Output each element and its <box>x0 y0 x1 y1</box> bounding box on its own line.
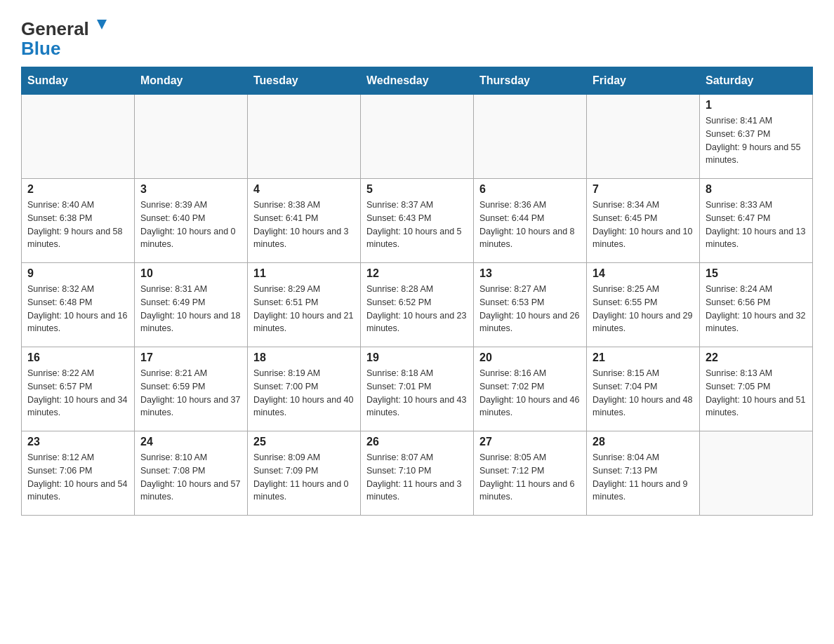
day-info: Sunrise: 8:34 AMSunset: 6:45 PMDaylight:… <box>593 199 694 251</box>
calendar-table: SundayMondayTuesdayWednesdayThursdayFrid… <box>21 67 813 516</box>
calendar-cell <box>22 95 135 179</box>
day-info: Sunrise: 8:27 AMSunset: 6:53 PMDaylight:… <box>479 283 581 335</box>
calendar-cell: 14Sunrise: 8:25 AMSunset: 6:55 PMDayligh… <box>587 263 700 347</box>
day-info: Sunrise: 8:15 AMSunset: 7:04 PMDaylight:… <box>593 367 694 420</box>
calendar-week-2: 2Sunrise: 8:40 AMSunset: 6:38 PMDaylight… <box>22 179 813 263</box>
page-header: General Blue <box>21 14 813 60</box>
day-number: 9 <box>27 267 128 280</box>
day-number: 16 <box>27 351 128 364</box>
day-number: 24 <box>140 436 241 448</box>
day-number: 12 <box>366 267 468 280</box>
day-number: 19 <box>366 351 468 364</box>
calendar-cell: 10Sunrise: 8:31 AMSunset: 6:49 PMDayligh… <box>135 263 248 347</box>
logo: General Blue <box>21 14 112 60</box>
calendar-cell <box>587 95 700 179</box>
calendar-cell: 11Sunrise: 8:29 AMSunset: 6:51 PMDayligh… <box>248 263 361 347</box>
day-info: Sunrise: 8:41 AMSunset: 6:37 PMDaylight:… <box>706 114 807 167</box>
day-info: Sunrise: 8:37 AMSunset: 6:43 PMDaylight:… <box>366 199 468 251</box>
day-info: Sunrise: 8:32 AMSunset: 6:48 PMDaylight:… <box>27 283 128 335</box>
calendar-cell <box>361 95 474 179</box>
day-info: Sunrise: 8:10 AMSunset: 7:08 PMDaylight:… <box>140 451 241 504</box>
day-number: 4 <box>253 183 355 196</box>
day-info: Sunrise: 8:04 AMSunset: 7:13 PMDaylight:… <box>593 451 694 504</box>
calendar-cell: 28Sunrise: 8:04 AMSunset: 7:13 PMDayligh… <box>587 431 700 516</box>
day-info: Sunrise: 8:28 AMSunset: 6:52 PMDaylight:… <box>366 283 468 335</box>
day-number: 25 <box>253 436 355 448</box>
day-info: Sunrise: 8:31 AMSunset: 6:49 PMDaylight:… <box>140 283 241 335</box>
day-info: Sunrise: 8:24 AMSunset: 6:56 PMDaylight:… <box>706 283 807 335</box>
day-number: 7 <box>593 183 694 196</box>
calendar-cell: 18Sunrise: 8:19 AMSunset: 7:00 PMDayligh… <box>248 347 361 431</box>
calendar-cell: 9Sunrise: 8:32 AMSunset: 6:48 PMDaylight… <box>22 263 135 347</box>
calendar-cell: 8Sunrise: 8:33 AMSunset: 6:47 PMDaylight… <box>700 179 813 263</box>
calendar-cell <box>248 95 361 179</box>
day-number: 23 <box>27 436 128 448</box>
svg-text:Blue: Blue <box>21 38 60 59</box>
day-info: Sunrise: 8:40 AMSunset: 6:38 PMDaylight:… <box>27 199 128 251</box>
calendar-cell <box>700 431 813 516</box>
day-number: 14 <box>593 267 694 280</box>
day-info: Sunrise: 8:18 AMSunset: 7:01 PMDaylight:… <box>366 367 468 420</box>
day-info: Sunrise: 8:39 AMSunset: 6:40 PMDaylight:… <box>140 199 241 251</box>
calendar-cell: 24Sunrise: 8:10 AMSunset: 7:08 PMDayligh… <box>135 431 248 516</box>
calendar-cell: 6Sunrise: 8:36 AMSunset: 6:44 PMDaylight… <box>474 179 587 263</box>
day-number: 1 <box>706 99 807 112</box>
day-info: Sunrise: 8:09 AMSunset: 7:09 PMDaylight:… <box>253 451 355 504</box>
svg-marker-1 <box>97 20 107 29</box>
calendar-cell: 7Sunrise: 8:34 AMSunset: 6:45 PMDaylight… <box>587 179 700 263</box>
calendar-cell: 17Sunrise: 8:21 AMSunset: 6:59 PMDayligh… <box>135 347 248 431</box>
calendar-week-5: 23Sunrise: 8:12 AMSunset: 7:06 PMDayligh… <box>22 431 813 516</box>
day-number: 28 <box>593 436 694 448</box>
day-number: 18 <box>253 351 355 364</box>
calendar-header-row: SundayMondayTuesdayWednesdayThursdayFrid… <box>22 67 813 95</box>
day-info: Sunrise: 8:21 AMSunset: 6:59 PMDaylight:… <box>140 367 241 420</box>
day-info: Sunrise: 8:33 AMSunset: 6:47 PMDaylight:… <box>706 199 807 251</box>
day-number: 5 <box>366 183 468 196</box>
calendar-cell <box>474 95 587 179</box>
day-number: 22 <box>706 351 807 364</box>
calendar-cell <box>135 95 248 179</box>
calendar-week-1: 1Sunrise: 8:41 AMSunset: 6:37 PMDaylight… <box>22 95 813 179</box>
calendar-cell: 12Sunrise: 8:28 AMSunset: 6:52 PMDayligh… <box>361 263 474 347</box>
day-info: Sunrise: 8:05 AMSunset: 7:12 PMDaylight:… <box>479 451 581 504</box>
day-number: 17 <box>140 351 241 364</box>
day-info: Sunrise: 8:19 AMSunset: 7:00 PMDaylight:… <box>253 367 355 420</box>
day-info: Sunrise: 8:16 AMSunset: 7:02 PMDaylight:… <box>479 367 581 420</box>
calendar-cell: 13Sunrise: 8:27 AMSunset: 6:53 PMDayligh… <box>474 263 587 347</box>
calendar-cell: 25Sunrise: 8:09 AMSunset: 7:09 PMDayligh… <box>248 431 361 516</box>
day-header-friday: Friday <box>587 67 700 95</box>
svg-text:General: General <box>21 18 89 39</box>
calendar-cell: 4Sunrise: 8:38 AMSunset: 6:41 PMDaylight… <box>248 179 361 263</box>
day-number: 8 <box>706 183 807 196</box>
day-header-monday: Monday <box>135 67 248 95</box>
day-number: 11 <box>253 267 355 280</box>
day-info: Sunrise: 8:13 AMSunset: 7:05 PMDaylight:… <box>706 367 807 420</box>
calendar-cell: 1Sunrise: 8:41 AMSunset: 6:37 PMDaylight… <box>700 95 813 179</box>
day-number: 21 <box>593 351 694 364</box>
day-header-sunday: Sunday <box>22 67 135 95</box>
day-number: 15 <box>706 267 807 280</box>
day-number: 26 <box>366 436 468 448</box>
calendar-cell: 23Sunrise: 8:12 AMSunset: 7:06 PMDayligh… <box>22 431 135 516</box>
calendar-cell: 16Sunrise: 8:22 AMSunset: 6:57 PMDayligh… <box>22 347 135 431</box>
day-number: 27 <box>479 436 581 448</box>
day-header-tuesday: Tuesday <box>248 67 361 95</box>
day-info: Sunrise: 8:36 AMSunset: 6:44 PMDaylight:… <box>479 199 581 251</box>
calendar-cell: 27Sunrise: 8:05 AMSunset: 7:12 PMDayligh… <box>474 431 587 516</box>
calendar-cell: 20Sunrise: 8:16 AMSunset: 7:02 PMDayligh… <box>474 347 587 431</box>
day-number: 10 <box>140 267 241 280</box>
calendar-week-4: 16Sunrise: 8:22 AMSunset: 6:57 PMDayligh… <box>22 347 813 431</box>
day-number: 13 <box>479 267 581 280</box>
calendar-week-3: 9Sunrise: 8:32 AMSunset: 6:48 PMDaylight… <box>22 263 813 347</box>
calendar-cell: 21Sunrise: 8:15 AMSunset: 7:04 PMDayligh… <box>587 347 700 431</box>
day-number: 3 <box>140 183 241 196</box>
day-info: Sunrise: 8:38 AMSunset: 6:41 PMDaylight:… <box>253 199 355 251</box>
calendar-cell: 22Sunrise: 8:13 AMSunset: 7:05 PMDayligh… <box>700 347 813 431</box>
day-number: 6 <box>479 183 581 196</box>
calendar-cell: 26Sunrise: 8:07 AMSunset: 7:10 PMDayligh… <box>361 431 474 516</box>
day-info: Sunrise: 8:07 AMSunset: 7:10 PMDaylight:… <box>366 451 468 504</box>
calendar-cell: 3Sunrise: 8:39 AMSunset: 6:40 PMDaylight… <box>135 179 248 263</box>
day-number: 20 <box>479 351 581 364</box>
day-info: Sunrise: 8:25 AMSunset: 6:55 PMDaylight:… <box>593 283 694 335</box>
day-header-wednesday: Wednesday <box>361 67 474 95</box>
